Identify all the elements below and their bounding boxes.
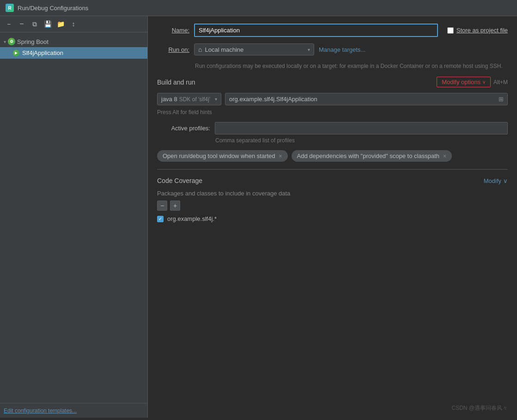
folder-icon: 📁: [57, 20, 65, 28]
main-class-value: org.example.slf4j.Slf4jApplication: [229, 96, 317, 103]
group-name: Spring Boot: [17, 38, 49, 45]
minus-icon: −: [19, 20, 24, 28]
manage-targets-link[interactable]: Manage targets...: [319, 46, 365, 53]
comma-hint: Comma separated list of profiles: [215, 137, 508, 144]
modify-link-label: Modify: [484, 177, 501, 184]
remove-coverage-button[interactable]: −: [157, 201, 167, 211]
build-run-title: Build and run: [157, 79, 195, 86]
modify-chevron-icon: ∨: [503, 177, 508, 184]
sidebar-toolbar: − − ⧉ 💾 📁 ↕: [0, 16, 147, 32]
local-machine-icon: ⌂: [198, 46, 202, 53]
sidebar-item-slf4j[interactable]: ▶ Slf4jApplication: [0, 47, 147, 59]
main-class-browse-icon[interactable]: ⊞: [499, 96, 504, 103]
add-config-button[interactable]: −: [4, 19, 14, 29]
add-coverage-icon: +: [173, 202, 177, 209]
alt-m-hint: Alt+M: [493, 79, 508, 85]
sidebar-item-label: Slf4jApplication: [22, 49, 63, 56]
coverage-checkbox-0[interactable]: ✓: [157, 216, 164, 222]
spring-boot-group: ▾ ⚙ Spring Boot ▶ Slf4jApplication: [0, 34, 147, 61]
save-icon: 💾: [44, 20, 52, 28]
run-on-dropdown[interactable]: ⌂ Local machine ▾: [194, 43, 314, 55]
tag-open-debug-close[interactable]: ×: [279, 153, 282, 159]
tags-container: Open run/debug tool window when started …: [157, 150, 508, 162]
name-label: Name:: [157, 27, 189, 34]
folder-config-button[interactable]: 📁: [55, 19, 66, 29]
main-class-field[interactable]: org.example.slf4j.Slf4jApplication ⊞: [225, 93, 508, 105]
run-on-label: Run on:: [157, 46, 189, 53]
group-arrow-icon: ▾: [4, 39, 6, 44]
profiles-row: Active profiles:: [157, 122, 508, 134]
tag-add-dep: Add dependencies with "provided" scope t…: [292, 150, 452, 162]
store-project-area: Store as project file: [447, 27, 508, 34]
run-on-value: Local machine: [205, 46, 243, 53]
remove-config-button[interactable]: −: [17, 19, 27, 29]
run-on-row: Run on: ⌂ Local machine ▾ Manage targets…: [157, 43, 508, 55]
run-on-chevron-icon: ▾: [308, 47, 310, 52]
tree-group-label[interactable]: ▾ ⚙ Spring Boot: [0, 36, 147, 47]
packages-label: Packages and classes to include in cover…: [157, 190, 508, 197]
divider: [157, 169, 508, 170]
sort-config-button[interactable]: ↕: [68, 19, 79, 29]
coverage-item-0: ✓ org.example.slf4j.*: [157, 214, 508, 223]
code-coverage-header: Code Coverage Modify ∨: [157, 177, 508, 184]
build-run-section-header: Build and run Modify options ∨ Alt+M: [157, 77, 508, 87]
tag-open-debug-label: Open run/debug tool window when started: [163, 152, 275, 159]
profiles-label: Active profiles:: [157, 125, 210, 132]
watermark: CSDN @遇事问春风々: [451, 404, 508, 412]
app-icon: R: [6, 4, 14, 12]
sort-icon: ↕: [72, 20, 75, 28]
tag-open-debug: Open run/debug tool window when started …: [157, 150, 288, 162]
java-version-text: java 8: [161, 96, 177, 103]
modify-options-chevron-icon: ∨: [482, 79, 486, 85]
tag-add-dep-close[interactable]: ×: [443, 153, 446, 159]
store-project-label[interactable]: Store as project file: [456, 27, 508, 34]
build-run-row: java 8 SDK of 'slf4j' ▾ org.example.slf4…: [157, 93, 508, 105]
sdk-chevron-icon: ▾: [215, 97, 217, 102]
config-tree: ▾ ⚙ Spring Boot ▶ Slf4jApplication: [0, 32, 147, 403]
profiles-input[interactable]: [215, 122, 508, 134]
coverage-toolbar: − +: [157, 201, 508, 211]
add-coverage-button[interactable]: +: [170, 201, 180, 211]
plus-icon: −: [7, 20, 11, 28]
copy-icon: ⧉: [32, 20, 37, 28]
sdk-hint-text: SDK of 'slf4j': [179, 96, 210, 103]
store-project-checkbox[interactable]: [447, 27, 454, 34]
modify-options-label: Modify options: [442, 79, 481, 85]
copy-config-button[interactable]: ⧉: [30, 19, 40, 29]
coverage-item-label-0: org.example.slf4j.*: [167, 215, 217, 222]
spring-boot-icon: ⚙: [8, 38, 15, 45]
sidebar: − − ⧉ 💾 📁 ↕ ▾ ⚙ Spring Bo: [0, 16, 148, 418]
run-on-hint: Run configurations may be executed local…: [195, 62, 508, 70]
modify-options-button[interactable]: Modify options ∨: [437, 77, 491, 87]
app-run-icon: ▶: [13, 50, 19, 56]
save-config-button[interactable]: 💾: [43, 19, 53, 29]
config-content: Name: Store as project file Run on: ⌂ Lo…: [148, 16, 517, 418]
name-input[interactable]: [194, 24, 438, 37]
window-title: Run/Debug Configurations: [18, 5, 88, 12]
java-sdk-dropdown[interactable]: java 8 SDK of 'slf4j' ▾: [157, 93, 221, 105]
press-alt-hint: Press Alt for field hints: [157, 109, 508, 116]
name-row: Name: Store as project file: [157, 24, 508, 37]
remove-coverage-icon: −: [160, 202, 164, 209]
edit-templates-link[interactable]: Edit configuration templates...: [4, 408, 77, 414]
code-coverage-title: Code Coverage: [157, 177, 202, 184]
modify-coverage-link[interactable]: Modify ∨: [484, 177, 508, 184]
title-bar: R Run/Debug Configurations: [0, 0, 517, 16]
tag-add-dep-label: Add dependencies with "provided" scope t…: [297, 152, 439, 159]
sidebar-footer: Edit configuration templates...: [0, 403, 147, 418]
